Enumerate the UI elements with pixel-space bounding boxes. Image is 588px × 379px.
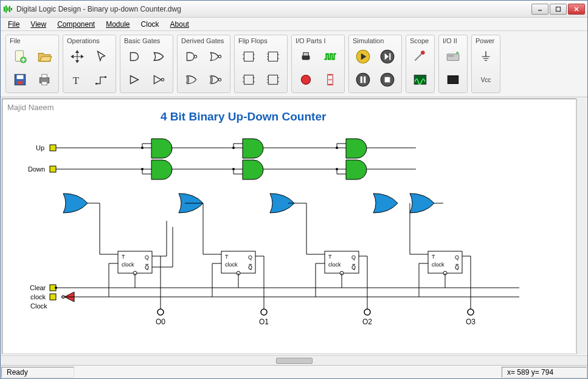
keyboard-tool[interactable] [443,46,463,67]
toolgroup-file: File [5,35,59,93]
toolgroup-operations: Operations T [63,35,116,93]
svg-rect-12 [17,75,24,79]
status-ready: Ready [1,367,74,378]
svg-rect-4 [11,8,12,10]
canvas-area: Majid Naeem 4 Bit Binary Up-Down Counter… [1,97,587,355]
pointer-tool[interactable] [91,46,112,67]
svg-rect-40 [268,75,277,84]
xor-gate-tool[interactable] [181,69,202,90]
svg-rect-2 [7,7,9,11]
save-button[interactable] [10,69,30,90]
nor-gate-tool[interactable] [206,46,226,67]
svg-text:O0: O0 [156,318,165,326]
probe-tool[interactable] [410,46,431,67]
toolgroup-io-parts-1: I/O Parts I [291,35,345,93]
svg-rect-15 [42,74,47,77]
stop-button[interactable] [377,69,398,90]
label-down: Down [28,165,45,173]
label-up: Up [36,144,44,151]
svg-point-60 [421,50,425,55]
svg-rect-35 [244,75,253,84]
svg-point-21 [194,55,196,58]
nand-gate-tool[interactable] [181,46,202,67]
pause-button[interactable] [353,69,373,90]
open-file-button[interactable] [34,46,55,67]
toolgroup-simulation: Simulation [348,35,402,93]
play-button[interactable] [353,46,373,67]
toolgroup-io-2: I/O II [438,35,468,93]
jk-flipflop-tool[interactable] [263,46,283,67]
svg-rect-16 [42,82,47,85]
svg-point-116 [232,168,235,170]
app-icon [3,4,13,14]
svg-rect-0 [4,7,5,12]
svg-text:O3: O3 [466,318,476,326]
window-title: Digital Logic Design - Binary up-down Co… [16,5,531,13]
t-flipflop-tool[interactable] [238,69,259,90]
close-button[interactable] [568,4,585,15]
vertical-scrollbar[interactable] [576,99,586,354]
and-gate-tool[interactable] [124,46,145,67]
titlebar: Digital Logic Design - Binary up-down Co… [1,1,587,18]
svg-point-19 [105,76,106,78]
svg-rect-13 [18,81,23,84]
svg-point-55 [356,73,370,86]
menu-view[interactable]: View [26,19,51,30]
schematic-canvas[interactable]: Majid Naeem 4 Bit Binary Up-Down Counter… [2,99,576,354]
svg-rect-56 [361,77,362,83]
wire-tool[interactable] [91,69,112,90]
vcc-tool[interactable]: Vcc [476,69,496,90]
or-gate-tool[interactable] [148,46,169,67]
toolgroup-flip-flops: Flip Flops [234,35,288,93]
display-tool[interactable] [443,69,463,90]
svg-point-101 [141,168,144,170]
app-window: Digital Logic Design - Binary up-down Co… [0,0,588,379]
step-button[interactable] [377,46,398,67]
svg-rect-66 [448,76,458,84]
switch-tool[interactable] [296,46,316,67]
menu-about[interactable]: About [165,19,194,30]
toolgroup-scope: Scope [406,35,435,93]
ground-tool[interactable] [476,46,496,67]
toolgroup-basic-gates: Basic Gates [120,35,173,93]
move-tool[interactable] [67,46,88,67]
svg-rect-1 [5,5,7,13]
d-flipflop-tool[interactable] [238,46,259,67]
toolgroup-power: Power Vcc [471,35,500,93]
menu-module[interactable]: Module [101,19,134,30]
svg-rect-65 [452,55,454,57]
svg-point-18 [95,83,97,85]
svg-rect-64 [451,55,452,57]
svg-text:T: T [72,75,79,86]
svg-point-48 [301,75,310,84]
maximize-button[interactable] [550,4,567,15]
oscilloscope-tool[interactable] [410,69,431,90]
not-gate-tool[interactable] [148,69,169,90]
svg-rect-29 [268,52,277,61]
svg-rect-57 [364,77,365,83]
sr-flipflop-tool[interactable] [263,69,283,90]
svg-point-131 [336,168,338,170]
label-clockin: clock [30,293,46,301]
statusbar: Ready x= 589 y= 794 [1,365,587,378]
buffer-tool[interactable] [124,69,145,90]
menu-clock[interactable]: Clock [136,19,164,30]
horizontal-scrollbar[interactable] [1,355,587,365]
toolbar: File Operations T Basic Gates [1,31,587,97]
print-button[interactable] [34,69,55,90]
menu-file[interactable]: File [3,19,24,30]
xnor-gate-tool[interactable] [206,69,226,90]
clock-signal-tool[interactable] [320,46,341,67]
minimize-button[interactable] [531,4,548,15]
svg-point-142 [55,287,57,289]
new-file-button[interactable] [10,46,30,67]
svg-rect-47 [303,53,309,56]
led-tool[interactable] [296,69,316,90]
text-tool[interactable]: T [67,69,88,90]
svg-point-130 [336,147,338,149]
menu-component[interactable]: Component [52,19,100,30]
label-clear: Clear [30,284,46,291]
svg-text:O2: O2 [362,318,372,326]
svg-rect-3 [9,6,10,12]
seven-segment-tool[interactable] [320,69,341,90]
